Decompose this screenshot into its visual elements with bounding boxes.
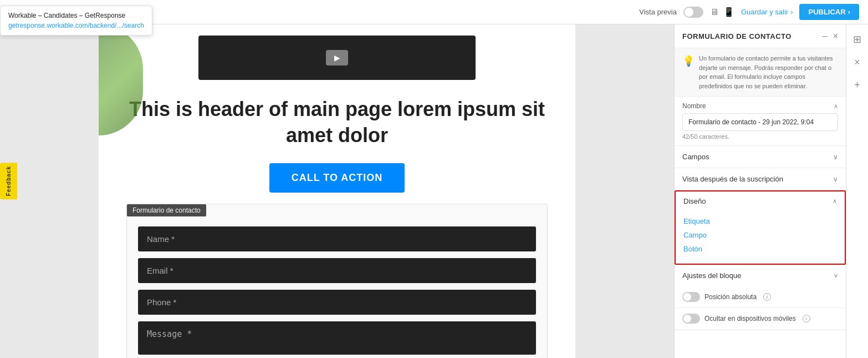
video-embed: [198, 36, 476, 80]
vista-chevron-icon: ∨: [833, 175, 838, 183]
campos-label: Campos: [682, 153, 709, 161]
popup-line2: getresponse.workable.com/backend/.../sea…: [8, 22, 144, 29]
posicion-knob: [683, 293, 691, 301]
name-field[interactable]: [138, 226, 536, 251]
browser-url-popup: Workable – Candidates – GetResponse getr…: [0, 6, 152, 36]
far-right-sidebar: ⊞ × +: [846, 24, 868, 358]
device-icons: 🖥 📱: [710, 7, 734, 17]
add-icon[interactable]: +: [854, 79, 860, 91]
phone-field[interactable]: [138, 290, 536, 315]
main-canvas: This is header of main page lorem ipsum …: [0, 24, 674, 358]
vista-previa-toggle[interactable]: [683, 7, 703, 18]
desktop-icon[interactable]: 🖥: [710, 7, 719, 17]
publicar-button[interactable]: PUBLICAR ›: [799, 4, 859, 20]
popup-line1: Workable – Candidates – GetResponse: [8, 12, 144, 19]
right-panel: FORMULARIO DE CONTACTO – × 💡 Un formular…: [674, 24, 846, 358]
vista-previa-label: Vista previa: [639, 8, 677, 16]
etiqueta-link[interactable]: Etiqueta: [683, 214, 837, 228]
canvas-inner: This is header of main page lorem ipsum …: [99, 24, 575, 358]
contact-form-section: Formulario de contacto Send message: [126, 204, 548, 358]
cta-button[interactable]: CALL TO ACTION: [269, 163, 405, 193]
feedback-tab[interactable]: Feedback: [0, 163, 17, 199]
toggle-knob: [685, 8, 693, 17]
panel-header: FORMULARIO DE CONTACTO – ×: [675, 24, 846, 48]
email-field[interactable]: [138, 258, 536, 283]
vista-section: Vista después de la suscripción ∨: [675, 168, 846, 190]
posicion-info-icon[interactable]: i: [763, 293, 771, 301]
char-count: 42/50 caracteres.: [682, 133, 838, 140]
ocultar-toggle-row: Ocultar en dispositivos móviles i: [675, 308, 846, 330]
posicion-toggle-row: Posición absoluta i: [675, 286, 846, 308]
campo-link[interactable]: Campo: [683, 228, 837, 242]
boton-link[interactable]: Botón: [683, 242, 837, 256]
guardar-salir-button[interactable]: Guardar y salir ›: [741, 8, 793, 16]
video-play-button[interactable]: [326, 50, 348, 65]
ocultar-info-icon[interactable]: i: [803, 315, 810, 322]
ajustes-label: Ajustes del bloque: [682, 271, 741, 280]
info-bulb-icon: 💡: [682, 55, 695, 67]
vista-label: Vista después de la suscripción: [682, 175, 783, 183]
close-sidebar-icon[interactable]: ×: [854, 57, 860, 68]
posicion-label: Posición absoluta: [704, 293, 757, 301]
diseno-section: Diseño ∧ Etiqueta Campo Botón: [675, 190, 846, 265]
diseno-header[interactable]: Diseño ∧: [676, 191, 845, 211]
page-header: This is header of main page lorem ipsum …: [99, 85, 575, 154]
formulario-name-input[interactable]: [682, 113, 838, 131]
ocultar-toggle[interactable]: [682, 314, 700, 324]
campos-section: Campos ∨: [675, 146, 846, 168]
panel-close-icon[interactable]: ×: [833, 31, 838, 41]
panel-info: 💡 Un formulario de contacto permite a tu…: [675, 48, 846, 97]
panel-title: FORMULARIO DE CONTACTO: [682, 32, 792, 41]
campos-header[interactable]: Campos ∨: [675, 146, 846, 168]
ajustes-chevron-icon: ∨: [834, 272, 838, 279]
diseno-body: Etiqueta Campo Botón: [676, 211, 845, 264]
ajustes-header[interactable]: Ajustes del bloque ∨: [675, 265, 846, 286]
nombre-label: Nombre: [682, 102, 706, 110]
posicion-toggle[interactable]: [682, 292, 700, 302]
diseno-chevron-icon: ∧: [833, 198, 837, 205]
ocultar-label: Ocultar en dispositivos móviles: [704, 315, 796, 322]
nombre-section: Nombre ∧ 42/50 caracteres.: [675, 97, 846, 146]
vista-header[interactable]: Vista después de la suscripción ∨: [675, 168, 846, 190]
diseno-label: Diseño: [683, 197, 706, 205]
campos-chevron-icon: ∨: [833, 153, 838, 161]
topbar-right: Vista previa 🖥 📱 Guardar y salir › PUBLI…: [639, 4, 859, 20]
panel-minimize-icon[interactable]: –: [823, 31, 828, 41]
network-icon[interactable]: ⊞: [853, 33, 861, 46]
form-label-bar: Formulario de contacto: [127, 204, 206, 216]
nombre-chevron-up-icon[interactable]: ∧: [834, 103, 838, 110]
panel-info-text: Un formulario de contacto permite a tus …: [699, 54, 838, 90]
ocultar-knob: [683, 315, 691, 322]
message-field[interactable]: [138, 321, 536, 355]
panel-icons: – ×: [823, 31, 838, 41]
mobile-icon[interactable]: 📱: [723, 7, 734, 17]
ajustes-section: Ajustes del bloque ∨ Posición absoluta i…: [675, 265, 846, 330]
